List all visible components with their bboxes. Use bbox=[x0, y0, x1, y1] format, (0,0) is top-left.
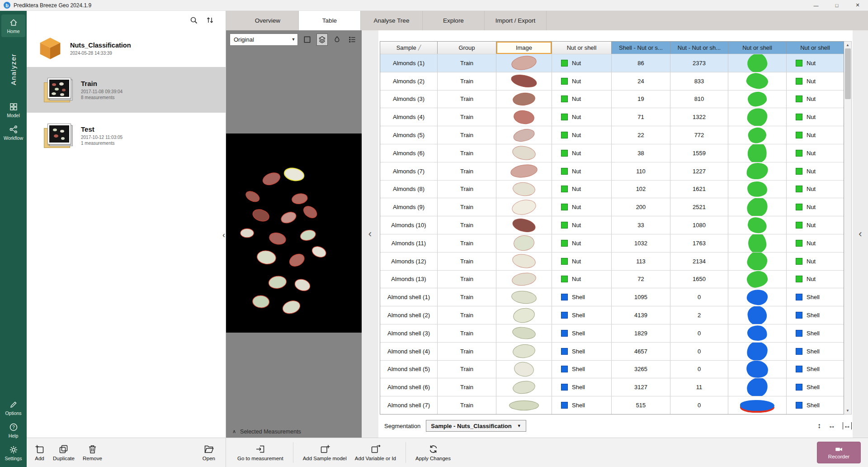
class-cell[interactable]: Nut bbox=[787, 144, 844, 162]
shell-pixel-count-cell[interactable]: 200 bbox=[612, 198, 670, 216]
segmentation-image-cell[interactable] bbox=[728, 324, 787, 342]
selected-measurements-toggle[interactable]: ∧ Selected Measurements bbox=[226, 425, 362, 438]
segmentation-image-cell[interactable] bbox=[728, 253, 787, 270]
tab-import-export[interactable]: Import / Export bbox=[485, 11, 547, 30]
apply-changes-button[interactable]: Apply Changes bbox=[411, 442, 455, 463]
segmentation-image-cell[interactable] bbox=[728, 343, 787, 360]
view-list-button[interactable] bbox=[347, 33, 358, 46]
image-cell[interactable] bbox=[496, 181, 552, 198]
sample-cell[interactable]: Almonds (1) bbox=[380, 54, 438, 72]
table-row[interactable]: Almonds (3)TrainNut19810Nut bbox=[380, 90, 844, 108]
group-cell[interactable]: Train bbox=[438, 126, 496, 144]
sample-cell[interactable]: Almond shell (1) bbox=[380, 288, 438, 306]
class-cell[interactable]: Nut bbox=[552, 253, 612, 270]
sample-cell[interactable]: Almonds (3) bbox=[380, 91, 438, 108]
sample-cell[interactable]: Almonds (10) bbox=[380, 216, 438, 234]
group-cell[interactable]: Train bbox=[438, 91, 496, 108]
table-row[interactable]: Almonds (2)TrainNut24833Nut bbox=[380, 72, 844, 90]
group-cell[interactable]: Train bbox=[438, 162, 496, 180]
image-cell[interactable] bbox=[496, 343, 552, 360]
class-cell[interactable]: Nut bbox=[552, 91, 612, 108]
class-cell[interactable]: Nut bbox=[552, 198, 612, 216]
sample-cell[interactable]: Almonds (13) bbox=[380, 271, 438, 288]
shell-pixel-count-cell[interactable]: 72 bbox=[612, 271, 670, 288]
segmentation-image-cell[interactable] bbox=[728, 54, 787, 72]
segmentation-image-cell[interactable] bbox=[728, 288, 787, 306]
table-scrollbar[interactable]: ▲ ▼ bbox=[844, 41, 852, 415]
class-cell[interactable]: Nut bbox=[787, 253, 844, 270]
shell-pixel-count-cell[interactable]: 3265 bbox=[612, 361, 670, 378]
segmentation-image-cell[interactable] bbox=[728, 181, 787, 198]
class-cell[interactable]: Nut bbox=[787, 54, 844, 72]
group-cell[interactable]: Train bbox=[438, 108, 496, 126]
group-cell[interactable]: Train bbox=[438, 253, 496, 270]
add-variable-or-id-button[interactable]: Add Variable or Id bbox=[351, 442, 400, 463]
shell-pixel-count-cell[interactable]: 86 bbox=[612, 54, 670, 72]
segmentation-image-cell[interactable] bbox=[728, 216, 787, 234]
group-cell[interactable]: Train bbox=[438, 343, 496, 360]
group-cell[interactable]: Train bbox=[438, 306, 496, 324]
shell-pixel-count-cell[interactable]: 19 bbox=[612, 91, 670, 108]
image-cell[interactable] bbox=[496, 126, 552, 144]
table-row[interactable]: Almonds (10)TrainNut331080Nut bbox=[380, 216, 844, 234]
shell-pixel-count-cell[interactable]: 3127 bbox=[612, 378, 670, 396]
class-cell[interactable]: Nut bbox=[552, 162, 612, 180]
sidebar-item-settings[interactable]: Settings bbox=[1, 442, 25, 464]
column-header-image[interactable]: Image bbox=[496, 42, 552, 54]
minimize-button[interactable]: — bbox=[806, 0, 826, 10]
table-row[interactable]: Almond shell (5)TrainShell32650Shell bbox=[380, 360, 844, 378]
open-button[interactable]: Open bbox=[198, 442, 219, 463]
nut-pixel-count-cell[interactable]: 1080 bbox=[670, 216, 728, 234]
sample-cell[interactable]: Almonds (5) bbox=[380, 126, 438, 144]
segmentation-image-cell[interactable] bbox=[728, 91, 787, 108]
image-cell[interactable] bbox=[496, 324, 552, 342]
remove-button[interactable]: Remove bbox=[79, 442, 106, 463]
image-cell[interactable] bbox=[496, 396, 552, 414]
nut-pixel-count-cell[interactable]: 1763 bbox=[670, 234, 728, 252]
image-cell[interactable] bbox=[496, 288, 552, 306]
table-row[interactable]: Almonds (8)TrainNut1021621Nut bbox=[380, 180, 844, 198]
class-cell[interactable]: Shell bbox=[552, 288, 612, 306]
class-cell[interactable]: Nut bbox=[787, 181, 844, 198]
fit-column-width-icon[interactable]: ↔ bbox=[828, 422, 835, 429]
class-cell[interactable]: Nut bbox=[787, 234, 844, 252]
class-cell[interactable]: Shell bbox=[552, 378, 612, 396]
class-cell[interactable]: Nut bbox=[787, 108, 844, 126]
image-cell[interactable] bbox=[496, 162, 552, 180]
image-cell[interactable] bbox=[496, 216, 552, 234]
add-sample-model-button[interactable]: Add Sample model bbox=[299, 442, 351, 463]
nut-pixel-count-cell[interactable]: 0 bbox=[670, 288, 728, 306]
group-cell[interactable]: Train bbox=[438, 198, 496, 216]
scroll-down-icon[interactable]: ▼ bbox=[844, 407, 851, 414]
group-cell[interactable]: Train bbox=[438, 216, 496, 234]
view-mode-select[interactable]: Original ▼ bbox=[230, 33, 298, 46]
class-cell[interactable]: Nut bbox=[552, 144, 612, 162]
fit-row-height-icon[interactable]: ↕ bbox=[817, 422, 821, 429]
table-row[interactable]: Almond shell (7)TrainShell5150Shell bbox=[380, 396, 844, 414]
measurement-item-train[interactable]: Train 2017-11-08 09:39:04 8 measurements bbox=[27, 67, 226, 113]
segmentation-image-cell[interactable] bbox=[728, 72, 787, 90]
view-mask-button[interactable] bbox=[331, 33, 343, 46]
nut-pixel-count-cell[interactable]: 2373 bbox=[670, 54, 728, 72]
table-row[interactable]: Almonds (1)TrainNut862373Nut bbox=[380, 54, 844, 72]
nut-pixel-count-cell[interactable]: 1559 bbox=[670, 144, 728, 162]
class-cell[interactable]: Shell bbox=[787, 396, 844, 414]
shell-pixel-count-cell[interactable]: 71 bbox=[612, 108, 670, 126]
nut-pixel-count-cell[interactable]: 2134 bbox=[670, 253, 728, 270]
class-cell[interactable]: Shell bbox=[552, 343, 612, 360]
group-cell[interactable]: Train bbox=[438, 378, 496, 396]
table-row[interactable]: Almond shell (2)TrainShell41392Shell bbox=[380, 306, 844, 324]
segmentation-image-cell[interactable] bbox=[728, 108, 787, 126]
table-row[interactable]: Almond shell (4)TrainShell46570Shell bbox=[380, 342, 844, 360]
group-cell[interactable]: Train bbox=[438, 361, 496, 378]
sample-cell[interactable]: Almonds (8) bbox=[380, 181, 438, 198]
nut-pixel-count-cell[interactable]: 2 bbox=[670, 306, 728, 324]
column-header-nut-or-shell[interactable]: Nut or shell bbox=[552, 42, 612, 54]
sidebar-item-workflow[interactable]: Workflow bbox=[1, 121, 25, 144]
sidebar-item-help[interactable]: ? Help bbox=[1, 419, 25, 442]
add-button[interactable]: Add bbox=[30, 442, 49, 463]
table-row[interactable]: Almonds (6)TrainNut381559Nut bbox=[380, 144, 844, 162]
class-cell[interactable]: Shell bbox=[552, 396, 612, 414]
sample-cell[interactable]: Almonds (12) bbox=[380, 253, 438, 270]
sample-cell[interactable]: Almond shell (3) bbox=[380, 324, 438, 342]
